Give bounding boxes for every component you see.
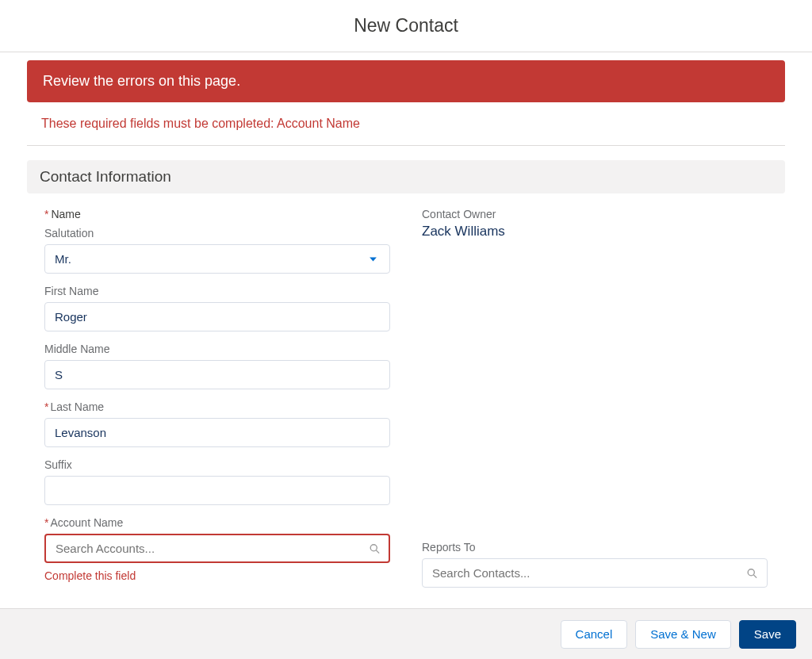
suffix-label: Suffix [44,458,390,471]
contact-owner-label: Contact Owner [422,208,768,220]
middle-name-label: Middle Name [44,343,390,355]
account-name-lookup-wrap [44,534,390,563]
form-columns: *Name Salutation First Name Middle Name … [44,208,768,588]
account-name-error: Complete this field [44,569,390,582]
name-group-label: *Name [44,208,390,220]
account-name-label: *Account Name [44,516,390,529]
required-asterisk-icon: * [44,400,48,413]
save-and-new-button[interactable]: Save & New [635,620,731,649]
error-banner: Review the errors on this page. [27,60,785,102]
left-column: *Name Salutation First Name Middle Name … [44,208,390,588]
salutation-select-wrap [44,244,390,274]
error-banner-text: Review the errors on this page. [43,73,240,89]
required-asterisk-icon: * [44,208,48,220]
form-body: *Name Salutation First Name Middle Name … [27,193,785,597]
section-title: Contact Information [40,168,171,185]
modal-title: New Contact [354,15,458,36]
salutation-label: Salutation [44,227,390,239]
required-asterisk-icon: * [44,516,48,529]
first-name-label: First Name [44,285,390,297]
section-divider [27,145,785,146]
error-detail: These required fields must be completed:… [27,102,785,145]
reports-to-row: Reports To [422,541,768,588]
last-name-label: *Last Name [44,400,390,413]
first-name-input[interactable] [44,302,390,331]
right-column: Contact Owner Zack Williams Reports To [422,208,768,588]
form-scroll-area[interactable]: Review the errors on this page. These re… [0,52,812,608]
salutation-select[interactable] [44,244,390,274]
middle-name-input[interactable] [44,360,390,389]
reports-to-lookup-wrap [422,558,768,588]
account-name-lookup[interactable] [44,534,390,563]
cancel-button[interactable]: Cancel [561,620,628,649]
save-button[interactable]: Save [739,620,796,649]
last-name-input[interactable] [44,418,390,447]
modal-footer: Cancel Save & New Save [0,608,812,659]
suffix-input[interactable] [44,476,390,505]
section-header: Contact Information [27,160,785,193]
reports-to-label: Reports To [422,541,768,554]
modal-header: New Contact [0,0,812,52]
contact-owner-value: Zack Williams [422,224,768,239]
reports-to-lookup[interactable] [422,558,768,588]
